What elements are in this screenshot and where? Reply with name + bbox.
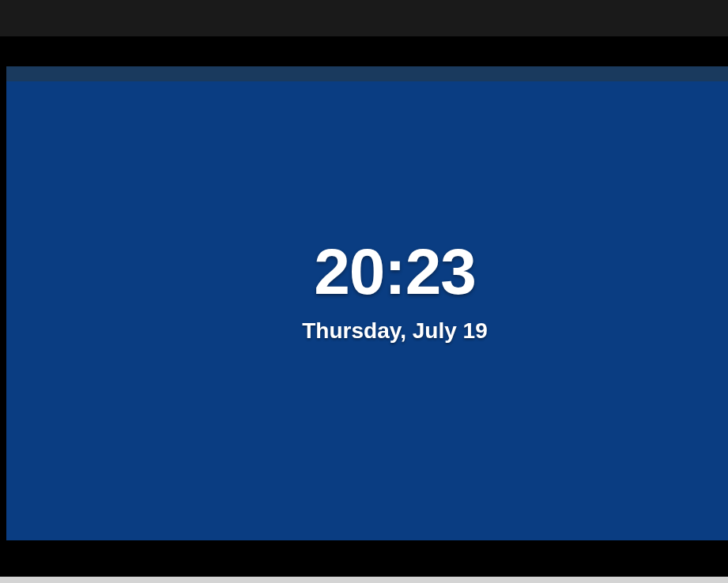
window-titlebar	[0, 0, 728, 36]
clock-time: 20:23	[314, 239, 476, 304]
lockscreen-header-strip	[6, 66, 728, 81]
clock-date: Thursday, July 19	[302, 318, 487, 344]
screen-frame: 20:23 Thursday, July 19	[0, 36, 728, 577]
bottom-border	[0, 577, 728, 583]
lockscreen[interactable]: 20:23 Thursday, July 19	[6, 66, 728, 540]
clock-display: 20:23 Thursday, July 19	[302, 239, 487, 344]
